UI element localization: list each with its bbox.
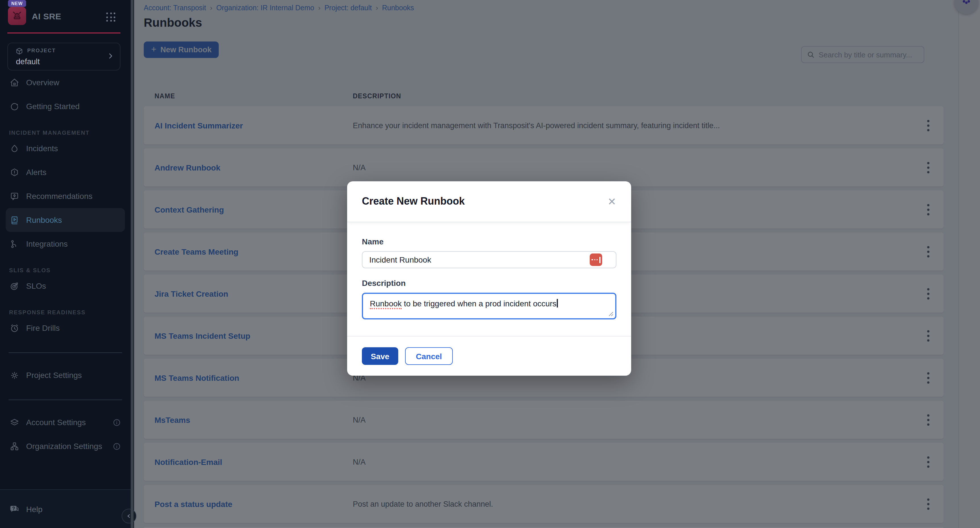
misspelled-word: Runbook bbox=[370, 299, 402, 309]
branch-icon bbox=[9, 239, 19, 249]
sidebar-item-label: Getting Started bbox=[26, 102, 80, 111]
runbook-name-input[interactable] bbox=[362, 251, 616, 268]
sidebar-item-alerts[interactable]: Alerts bbox=[0, 160, 130, 184]
sidebar-item-integrations[interactable]: Integrations bbox=[0, 232, 130, 256]
sidebar-item-help[interactable]: Help bbox=[0, 497, 130, 521]
description-text: to be triggered when a prod incident occ… bbox=[402, 299, 557, 308]
info-icon[interactable] bbox=[111, 441, 122, 451]
save-button[interactable]: Save bbox=[362, 347, 398, 365]
info-icon[interactable] bbox=[111, 417, 122, 428]
new-badge: NEW bbox=[8, 0, 26, 7]
sidebar-collapse-toggle[interactable] bbox=[122, 509, 136, 523]
sidebar-nav: Overview Getting Started INCIDENT MANAGE… bbox=[0, 70, 130, 458]
sidebar-item-label: Alerts bbox=[26, 167, 46, 177]
brand-row: NEW AI SRE bbox=[0, 0, 134, 34]
sidebar-section-response-readiness: RESPONSE READINESS bbox=[0, 308, 130, 316]
sidebar-item-recommendations[interactable]: Recommendations bbox=[0, 184, 130, 208]
alert-hexagon-icon bbox=[9, 167, 19, 177]
sidebar-item-project-settings[interactable]: Project Settings bbox=[0, 363, 130, 387]
sidebar-item-incidents[interactable]: Incidents bbox=[0, 136, 130, 160]
sidebar-item-label: Incidents bbox=[26, 144, 58, 153]
project-value: default bbox=[16, 57, 40, 66]
incident-flame-icon bbox=[9, 143, 19, 153]
description-field-label: Description bbox=[362, 279, 616, 287]
sidebar-item-label: Fire Drills bbox=[26, 324, 60, 332]
sidebar-item-overview[interactable]: Overview bbox=[0, 70, 130, 94]
sidebar-item-label: Runbooks bbox=[26, 215, 62, 225]
alarm-clock-icon bbox=[9, 323, 19, 333]
sidebar-section-incident-management: INCIDENT MANAGEMENT bbox=[0, 128, 130, 136]
password-manager-autofill-icon[interactable] bbox=[590, 254, 602, 266]
sidebar-item-runbooks[interactable]: Runbooks bbox=[6, 208, 125, 232]
sidebar-item-label: Organization Settings bbox=[26, 442, 102, 451]
sidebar: NEW AI SRE PROJECT default bbox=[0, 0, 134, 528]
sidebar-item-label: Overview bbox=[26, 78, 59, 87]
app-window: NEW AI SRE PROJECT default bbox=[0, 0, 980, 528]
sidebar-item-label: Recommendations bbox=[26, 191, 92, 201]
gear-icon bbox=[9, 370, 19, 380]
runbook-book-icon bbox=[9, 215, 19, 225]
create-runbook-modal: Create New Runbook ✕ Name Description Ru… bbox=[347, 181, 631, 376]
sidebar-item-account-settings[interactable]: Account Settings bbox=[0, 410, 130, 434]
runbook-description-textarea[interactable]: Runbook to be triggered when a prod inci… bbox=[362, 293, 616, 319]
modal-footer: Save Cancel bbox=[347, 336, 631, 376]
name-input-wrap bbox=[362, 251, 616, 268]
modal-body: Name Description Runbook to be triggered… bbox=[347, 222, 631, 334]
sidebar-item-fire-drills[interactable]: Fire Drills bbox=[0, 316, 130, 340]
sidebar-item-getting-started[interactable]: Getting Started bbox=[0, 94, 130, 118]
modal-title: Create New Runbook bbox=[362, 196, 465, 207]
sidebar-item-label: Account Settings bbox=[26, 418, 86, 427]
modal-header: Create New Runbook ✕ bbox=[347, 181, 631, 222]
resize-grip-icon[interactable] bbox=[608, 311, 614, 317]
sidebar-footer: Help bbox=[0, 489, 130, 528]
sidebar-item-slos[interactable]: SLOs bbox=[0, 274, 130, 298]
sidebar-scrollbar[interactable] bbox=[130, 0, 134, 528]
target-icon bbox=[9, 281, 19, 291]
sidebar-item-label: Integrations bbox=[26, 239, 68, 248]
sidebar-item-label: Help bbox=[26, 505, 43, 514]
app-grid-icon[interactable] bbox=[106, 13, 116, 22]
chevron-right-icon bbox=[107, 52, 114, 60]
app-logo[interactable] bbox=[8, 7, 26, 25]
project-selector[interactable]: PROJECT default bbox=[7, 43, 121, 70]
help-chat-icon bbox=[9, 504, 19, 514]
recommendations-icon bbox=[9, 191, 19, 201]
brand-divider bbox=[7, 32, 121, 33]
sidebar-item-organization-settings[interactable]: Organization Settings bbox=[0, 434, 130, 458]
name-field-label: Name bbox=[362, 237, 616, 246]
project-label: PROJECT bbox=[27, 48, 56, 53]
close-icon[interactable]: ✕ bbox=[605, 195, 619, 209]
siren-icon bbox=[11, 10, 23, 22]
layers-icon bbox=[9, 417, 19, 428]
home-icon bbox=[9, 77, 19, 88]
sidebar-item-label: SLOs bbox=[26, 281, 46, 290]
progress-circle-icon bbox=[9, 101, 19, 112]
sidebar-section-slis-slos: SLIS & SLOS bbox=[0, 266, 130, 274]
cancel-button[interactable]: Cancel bbox=[405, 347, 453, 365]
brand-name: AI SRE bbox=[32, 11, 61, 21]
text-caret bbox=[557, 299, 558, 308]
sidebar-item-label: Project Settings bbox=[26, 370, 82, 380]
cube-icon bbox=[15, 47, 23, 55]
org-chart-icon bbox=[9, 441, 19, 451]
